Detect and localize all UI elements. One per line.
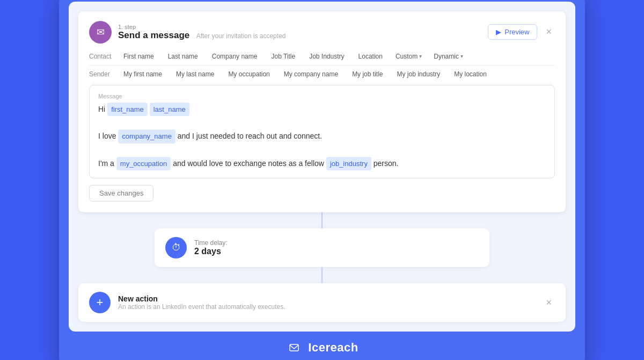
step-close-button[interactable]: ×: [543, 25, 555, 39]
contact-label: Contact: [89, 53, 115, 60]
message-line-3: I'm a my_occupation and would love to ex…: [98, 157, 546, 170]
message-area[interactable]: Message Hi first_name last_name I love c…: [89, 85, 555, 179]
connector-2: [69, 267, 575, 283]
connector-line-2: [321, 267, 323, 283]
message-icon: ✉: [89, 21, 112, 44]
brand-icon: [286, 339, 303, 356]
var-tag-my-job-industry[interactable]: My job industry: [391, 69, 445, 80]
new-action-text: New action An action is an LinkedIn even…: [118, 294, 286, 311]
brand-name: Icereach: [308, 341, 358, 355]
var-tag-my-job-title[interactable]: My job title: [347, 69, 388, 80]
new-action-card: + New action An action is an LinkedIn ev…: [78, 283, 566, 322]
outer-frame: ✉ 1. step Send a message After your invi…: [59, 0, 585, 360]
dynamic-chevron-icon: ▾: [460, 53, 463, 59]
var-tag-job-title[interactable]: Job Title: [266, 51, 301, 62]
custom-chevron-icon: ▾: [419, 53, 422, 59]
svg-rect-0: [290, 344, 298, 351]
var-job-industry: job_industry: [326, 157, 371, 170]
var-divider: [89, 65, 555, 66]
step-header-left: ✉ 1. step Send a message After your invi…: [89, 21, 286, 44]
new-action-title: New action: [118, 294, 286, 303]
preview-label: Preview: [504, 28, 529, 36]
branding-footer: Icereach: [69, 339, 575, 358]
var-tag-my-occupation[interactable]: My occupation: [223, 69, 275, 80]
play-icon: ▶: [496, 28, 501, 36]
step-card-wrapper: ✉ 1. step Send a message After your invi…: [69, 11, 575, 213]
var-tag-custom-dropdown[interactable]: Custom ▾: [391, 51, 426, 62]
step-title: Send a message: [118, 30, 189, 40]
contact-var-row: Contact First name Last name Company nam…: [89, 51, 555, 62]
var-tag-company-name[interactable]: Company name: [207, 51, 263, 62]
var-tag-my-last-name[interactable]: My last name: [171, 69, 219, 80]
connector-1: [69, 212, 575, 228]
var-tag-location[interactable]: Location: [353, 51, 388, 62]
variable-bar: Contact First name Last name Company nam…: [89, 51, 555, 80]
message-label: Message: [98, 93, 546, 99]
delay-label: Time delay:: [194, 239, 228, 247]
sender-var-row: Sender My first name My last name My occ…: [89, 69, 555, 80]
message-content: Hi first_name last_name I love company_n…: [98, 103, 546, 171]
var-my-occupation: my_occupation: [116, 157, 171, 170]
var-last-name: last_name: [150, 103, 189, 116]
new-action-subtitle: An action is an LinkedIn event that auto…: [118, 303, 286, 311]
step-title-block: 1. step Send a message After your invita…: [118, 24, 286, 41]
var-tag-job-industry[interactable]: Job Industry: [304, 51, 349, 62]
var-tag-last-name[interactable]: Last name: [163, 51, 203, 62]
preview-button[interactable]: ▶ Preview: [488, 24, 537, 40]
var-tag-first-name[interactable]: First name: [118, 51, 159, 62]
add-action-icon[interactable]: +: [89, 292, 111, 313]
new-action-left: + New action An action is an LinkedIn ev…: [89, 292, 286, 313]
var-tag-my-first-name[interactable]: My first name: [118, 69, 167, 80]
new-action-close-button[interactable]: ×: [543, 296, 555, 309]
step-card: ✉ 1. step Send a message After your invi…: [78, 11, 566, 213]
time-delay-card: ⏱ Time delay: 2 days: [155, 228, 489, 267]
step-subtitle: After your invitation is accepted: [196, 32, 286, 40]
var-tag-dynamic-dropdown[interactable]: Dynamic ▾: [429, 51, 467, 62]
custom-label: Custom: [396, 53, 418, 60]
connector-line-1: [321, 212, 323, 228]
dynamic-label: Dynamic: [434, 53, 459, 60]
clock-icon: ⏱: [165, 237, 187, 258]
step-header: ✉ 1. step Send a message After your invi…: [89, 21, 555, 44]
delay-text-block: Time delay: 2 days: [194, 239, 228, 256]
sender-label: Sender: [89, 70, 115, 78]
var-company-name: company_name: [118, 129, 175, 143]
var-tag-my-company-name[interactable]: My company name: [279, 69, 343, 80]
step-header-right: ▶ Preview ×: [488, 24, 555, 40]
delay-value: 2 days: [194, 247, 228, 256]
var-first-name: first_name: [107, 103, 148, 116]
save-changes-button[interactable]: Save changes: [89, 185, 153, 201]
var-tag-my-location[interactable]: My location: [449, 69, 492, 80]
message-line-2: I love company_name and I just needed to…: [98, 129, 546, 143]
message-line-1: Hi first_name last_name: [98, 103, 546, 116]
step-number: 1. step: [118, 24, 286, 30]
inner-frame: ✉ 1. step Send a message After your invi…: [69, 2, 575, 332]
